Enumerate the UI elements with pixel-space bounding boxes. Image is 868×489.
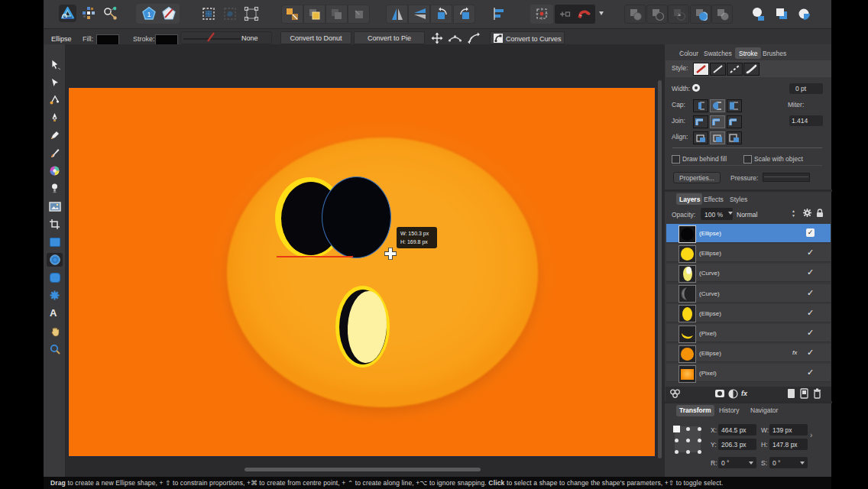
- svg-text:1: 1: [147, 11, 151, 18]
